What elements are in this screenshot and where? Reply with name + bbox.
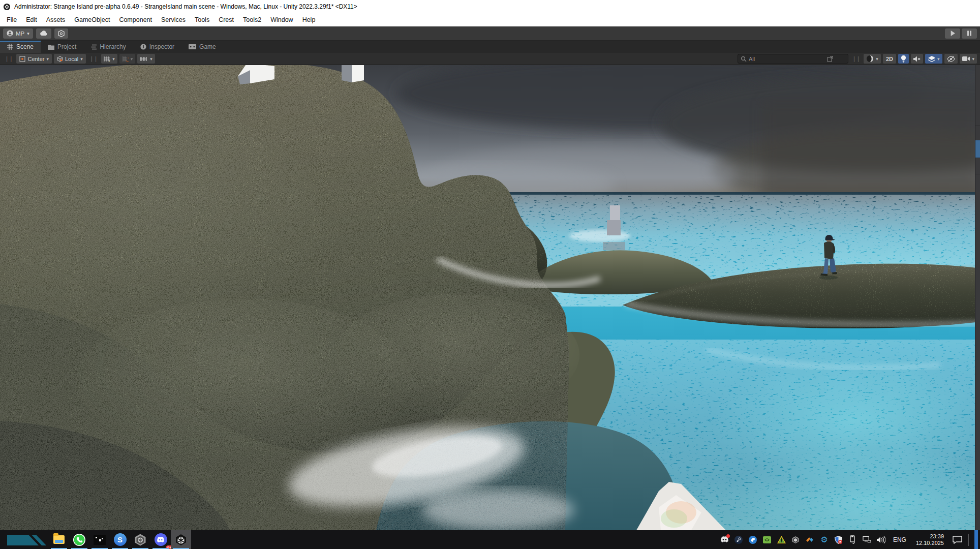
menu-gameobject[interactable]: GameObject	[70, 14, 114, 25]
menu-crest[interactable]: Crest	[214, 14, 238, 25]
tab-scene[interactable]: Scene	[0, 41, 41, 53]
taskbar-console-app[interactable]	[89, 530, 110, 549]
toolbar-drag-handle[interactable]: ❘❘	[3, 55, 14, 62]
taskbar-discord[interactable]: 9+	[150, 530, 171, 549]
scene-viewport[interactable]	[0, 65, 980, 530]
file-explorer-icon	[53, 535, 65, 544]
menu-assets[interactable]: Assets	[42, 14, 70, 25]
menu-component[interactable]: Component	[114, 14, 157, 25]
grid-icon	[7, 44, 13, 50]
discord-icon	[155, 533, 167, 546]
svg-text:Y: Y	[108, 59, 110, 62]
tab-project[interactable]: Project	[41, 41, 83, 53]
chevron-down-icon: ▾	[150, 56, 152, 62]
scene-search-field[interactable]	[738, 54, 848, 64]
chevron-down-icon: ▾	[80, 56, 83, 62]
version-control-button[interactable]	[54, 28, 68, 39]
chevron-down-icon: ▾	[972, 56, 974, 62]
menu-edit[interactable]: Edit	[21, 14, 42, 25]
2d-toggle-button[interactable]: 2D	[883, 54, 896, 64]
camera-icon	[962, 56, 970, 62]
tray-nvidia-icon[interactable]	[763, 535, 772, 544]
tray-steam-icon[interactable]	[734, 535, 743, 544]
menu-help[interactable]: Help	[298, 14, 320, 25]
tab-game[interactable]: Game	[181, 41, 223, 53]
edge-strip-active-segment[interactable]	[975, 140, 980, 158]
tray-gamebar-icon[interactable]	[806, 535, 814, 544]
cloud-icon	[40, 30, 48, 36]
gamepad-icon	[189, 44, 196, 49]
camera-settings-dropdown[interactable]: ▾	[960, 54, 977, 64]
account-button[interactable]: MP ▾	[3, 28, 33, 39]
tray-settings-gear-icon[interactable]: ⚙	[820, 535, 829, 544]
taskbar-file-explorer[interactable]	[49, 530, 69, 549]
action-center-icon[interactable]	[952, 535, 963, 544]
tab-hierarchy[interactable]: Hierarchy	[83, 41, 133, 53]
snap-settings-button[interactable]: ▾	[137, 54, 155, 64]
clock-date: 12.10.2025	[916, 540, 944, 546]
tray-wave-app-icon[interactable]	[749, 535, 757, 544]
lightbulb-icon	[901, 55, 906, 63]
toolbar-drag-handle[interactable]: ❘❘	[88, 55, 99, 62]
taskbar-skype[interactable]: S	[110, 530, 130, 549]
language-indicator[interactable]: ENG	[891, 536, 908, 543]
show-desktop-button[interactable]	[974, 530, 978, 549]
tab-inspector[interactable]: Inspector	[133, 41, 181, 53]
unity-editor-icon	[174, 533, 188, 546]
shading-mode-dropdown[interactable]: ▾	[864, 54, 881, 64]
search-icon	[741, 56, 747, 62]
hidden-objects-button[interactable]	[944, 54, 958, 64]
tray-network-icon[interactable]	[863, 535, 871, 544]
collapsed-panel-edge[interactable]	[975, 65, 980, 530]
shaded-sphere-icon	[866, 55, 874, 63]
info-icon	[140, 44, 146, 50]
tray-unity-hub-icon[interactable]	[791, 535, 800, 544]
menu-file[interactable]: File	[2, 14, 21, 25]
window-title: Administrator: Strange Island pre-alpha …	[14, 3, 357, 10]
tray-volume-icon[interactable]	[877, 535, 885, 544]
pinned-apps: S 9+	[49, 530, 191, 549]
snap-increment-button[interactable]: ▾	[119, 54, 136, 64]
tray-usb-icon[interactable]	[848, 535, 857, 544]
scene-search-input[interactable]	[749, 56, 825, 62]
chevron-down-icon: ▾	[112, 56, 115, 62]
taskbar-whatsapp[interactable]	[69, 530, 89, 549]
scene-canvas[interactable]	[0, 65, 980, 530]
scene-lighting-button[interactable]	[898, 54, 909, 64]
ruler-icon	[140, 56, 148, 62]
clock-time: 23:39	[916, 533, 944, 540]
taskbar-unity-hub[interactable]	[130, 530, 150, 549]
start-button[interactable]	[0, 530, 49, 549]
taskbar-unity-editor[interactable]	[171, 530, 191, 549]
tray-defender-alert-icon[interactable]	[834, 535, 843, 544]
menu-window[interactable]: Window	[266, 14, 297, 25]
tray-warning-icon[interactable]	[777, 535, 786, 544]
unity-hub-icon	[134, 533, 147, 546]
pause-button[interactable]	[962, 28, 977, 39]
tray-discord-icon[interactable]	[720, 535, 729, 544]
effects-toggle-dropdown[interactable]: ▾	[925, 54, 943, 64]
hexagon-icon	[58, 30, 65, 37]
menu-tools[interactable]: Tools	[190, 14, 214, 25]
chevron-down-icon: ▾	[131, 56, 133, 62]
tool-handle-position-dropdown[interactable]: Center ▾	[16, 54, 52, 64]
unity-toolbar: MP ▾	[0, 26, 980, 41]
tool-handle-icon	[19, 56, 25, 62]
toolbar-drag-handle[interactable]: ❘❘	[850, 55, 862, 62]
menu-tools2[interactable]: Tools2	[238, 14, 266, 25]
grid-snapping-button[interactable]: Y ▾	[101, 54, 117, 64]
account-label: MP	[16, 30, 24, 37]
cube-icon	[57, 56, 63, 62]
play-button[interactable]	[945, 28, 960, 39]
tool-handle-rotation-dropdown[interactable]: Local ▾	[54, 54, 86, 64]
expand-search-icon[interactable]	[827, 56, 833, 62]
audio-toggle-button[interactable]	[911, 54, 923, 64]
taskbar-clock[interactable]: 23:39 12.10.2025	[914, 533, 946, 546]
cloud-services-button[interactable]	[36, 28, 51, 39]
scene-view-toolbar: ❘❘ Center ▾ Local ▾ ❘❘ Y ▾ ▾ ▾ ❘❘ ▾ 2D	[0, 53, 980, 65]
eye-slash-icon	[947, 56, 955, 62]
snap-increment-icon	[122, 56, 129, 62]
chevron-down-icon: ▾	[937, 56, 940, 62]
menu-services[interactable]: Services	[157, 14, 190, 25]
window-titlebar[interactable]: Administrator: Strange Island pre-alpha …	[0, 0, 980, 13]
